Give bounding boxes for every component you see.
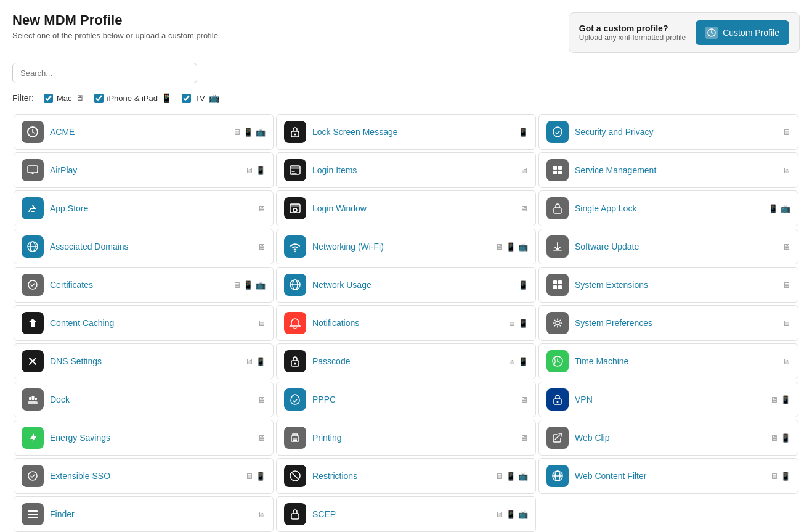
page-title: New MDM Profile [12, 12, 220, 28]
filter-tv[interactable]: TV 📺 [182, 93, 219, 103]
profile-item[interactable]: Networking (Wi-Fi)🖥📱📺 [276, 229, 536, 264]
profile-name: Restrictions [312, 471, 489, 481]
profile-item[interactable]: Web Clip🖥📱 [538, 420, 798, 456]
profile-item[interactable]: Security and Privacy🖥 [538, 114, 798, 150]
mac-platform-icon: 🖥 [258, 242, 266, 252]
tv-icon: 📺 [209, 93, 219, 103]
profile-icon [22, 197, 44, 219]
profile-name: App Store [50, 203, 251, 213]
mac-platform-icon: 🖥 [770, 433, 778, 443]
profile-item[interactable]: Service Management🖥 [538, 152, 798, 188]
custom-profile-icon [705, 27, 718, 39]
profile-name: System Preferences [575, 318, 776, 328]
filter-mac[interactable]: Mac 🖥 [44, 93, 84, 103]
platform-icons: 🖥📱📺 [495, 472, 528, 481]
page-subtitle: Select one of the profiles below or uplo… [12, 31, 220, 40]
mac-platform-icon: 🖥 [495, 472, 503, 481]
column-1: ACME🖥📱📺AirPlay🖥📱App Store🖥Associated Dom… [12, 113, 275, 532]
profile-item[interactable]: Notifications🖥📱 [276, 305, 536, 341]
platform-icons: 🖥📱 [508, 357, 528, 366]
svg-rect-51 [558, 280, 562, 284]
platform-icons: 🖥 [782, 128, 790, 137]
profile-item[interactable]: Dock🖥 [14, 382, 274, 417]
profile-name: PPPC [312, 395, 514, 404]
profile-name: Time Machine [575, 356, 776, 366]
profile-item[interactable]: Associated Domains🖥 [14, 229, 274, 264]
svg-rect-9 [28, 401, 38, 404]
profile-icon [22, 388, 44, 411]
profile-item[interactable]: Content Caching🖥 [14, 305, 274, 341]
profile-item[interactable]: DNS Settings🖥📱 [14, 343, 274, 379]
platform-icons: 📱 [518, 128, 528, 137]
profile-item[interactable]: VPN🖥📱 [538, 382, 798, 417]
profile-item[interactable]: Passcode🖥📱 [276, 343, 536, 379]
profile-name: Network Usage [312, 280, 512, 290]
profile-item[interactable]: Lock Screen Message📱 [276, 114, 536, 150]
platform-icons: 🖥📱 [770, 433, 790, 443]
platform-icons: 🖥 [258, 319, 266, 328]
mac-platform-icon: 🖥 [495, 510, 503, 519]
mac-platform-icon: 🖥 [258, 510, 266, 519]
column-3: Security and Privacy🖥Service Management🖥… [537, 113, 800, 532]
profile-name: Energy Savings [50, 433, 251, 443]
profile-icon [546, 427, 569, 449]
profile-item[interactable]: Network Usage📱 [276, 267, 536, 303]
profile-item[interactable]: Energy Savings🖥 [14, 420, 274, 456]
profile-name: Web Clip [575, 433, 764, 443]
profile-item[interactable]: Web Content Filter🖥📱 [538, 458, 798, 494]
mac-platform-icon: 🖥 [258, 204, 266, 213]
platform-icons: 🖥 [520, 204, 528, 213]
mac-platform-icon: 🖥 [520, 433, 528, 443]
profile-item[interactable]: Time Machine🖥 [538, 343, 798, 379]
ipad-platform-icon: 📱 [518, 357, 528, 366]
profile-name: Dock [50, 395, 251, 404]
profile-item[interactable]: App Store🖥 [14, 190, 274, 226]
platform-icons: 📱📺 [768, 204, 790, 213]
platform-icons: 🖥📱 [245, 166, 266, 175]
svg-rect-50 [553, 280, 557, 284]
profile-name: Single App Lock [575, 203, 762, 213]
mac-platform-icon: 🖥 [495, 242, 503, 252]
tv-platform-icon: 📺 [256, 280, 266, 290]
tv-platform-icon: 📺 [518, 472, 528, 481]
profile-name: Certificates [50, 280, 227, 290]
profile-item[interactable]: ACME🖥📱📺 [14, 114, 274, 150]
custom-profile-button[interactable]: Custom Profile [696, 20, 789, 45]
profile-name: Web Content Filter [575, 471, 764, 481]
profile-name: Associated Domains [50, 242, 251, 252]
profile-item[interactable]: Restrictions🖥📱📺 [276, 458, 536, 494]
platform-icons: 🖥 [258, 395, 266, 404]
profile-item[interactable]: Login Window🖥 [276, 190, 536, 226]
mac-platform-icon: 🖥 [508, 357, 516, 366]
platform-icons: 🖥📱📺 [495, 510, 528, 519]
profile-item[interactable]: SCEP🖥📱📺 [276, 496, 536, 532]
tv-platform-icon: 📺 [518, 242, 528, 252]
ipad-platform-icon: 📱 [781, 433, 790, 443]
profile-item[interactable]: Single App Lock📱📺 [538, 190, 798, 226]
profile-icon [22, 235, 44, 258]
search-input[interactable] [12, 63, 197, 83]
ipad-platform-icon: 📱 [256, 357, 266, 366]
profile-name: SCEP [312, 509, 489, 519]
platform-icons: 🖥 [258, 433, 266, 443]
profile-item[interactable]: System Preferences🖥 [538, 305, 798, 341]
profile-icon [22, 350, 44, 372]
profile-item[interactable]: PPPC🖥 [276, 382, 536, 417]
filter-label: Filter: [12, 93, 34, 103]
filter-ipad[interactable]: iPhone & iPad 📱 [94, 93, 172, 103]
profile-icon [284, 503, 306, 525]
profile-item[interactable]: System Extensions🖥 [538, 267, 798, 303]
profile-icon [22, 121, 44, 143]
profile-item[interactable]: Extensible SSO🖥📱 [14, 458, 274, 494]
mac-platform-icon: 🖥 [770, 472, 778, 481]
profile-item[interactable]: AirPlay🖥📱 [14, 152, 274, 188]
profile-item[interactable]: Finder🖥 [14, 496, 274, 532]
profile-item[interactable]: Login Items🖥 [276, 152, 536, 188]
ipad-platform-icon: 📱 [518, 128, 528, 137]
profile-icon [546, 312, 569, 334]
profile-item[interactable]: Certificates🖥📱📺 [14, 267, 274, 303]
profile-icon [22, 312, 44, 334]
profiles-grid: ACME🖥📱📺AirPlay🖥📱App Store🖥Associated Dom… [12, 113, 800, 532]
profile-item[interactable]: Software Update🖥 [538, 229, 798, 264]
profile-item[interactable]: Printing🖥 [276, 420, 536, 456]
